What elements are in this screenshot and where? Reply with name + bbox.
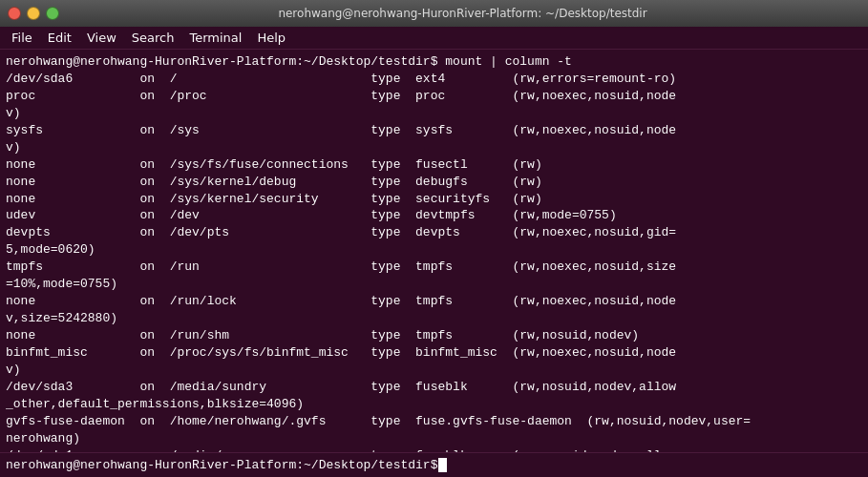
minimize-button[interactable] — [27, 7, 40, 20]
menu-item-help[interactable]: Help — [249, 29, 293, 47]
menu-item-search[interactable]: Search — [124, 29, 182, 47]
menu-item-edit[interactable]: Edit — [40, 29, 79, 47]
close-button[interactable] — [8, 7, 21, 20]
menu-item-view[interactable]: View — [79, 29, 124, 47]
terminal-area[interactable]: nerohwang@nerohwang-HuronRiver-Platform:… — [0, 50, 868, 477]
titlebar: nerohwang@nerohwang-HuronRiver-Platform:… — [0, 0, 868, 27]
maximize-button[interactable] — [46, 7, 59, 20]
menu-item-terminal[interactable]: Terminal — [181, 29, 249, 47]
menu-item-file[interactable]: File — [4, 29, 40, 47]
bottom-prompt: nerohwang@nerohwang-HuronRiver-Platform:… — [6, 458, 437, 472]
terminal-cursor — [438, 458, 447, 472]
window-title: nerohwang@nerohwang-HuronRiver-Platform:… — [65, 7, 860, 20]
status-bar: nerohwang@nerohwang-HuronRiver-Platform:… — [0, 452, 868, 477]
menubar: FileEditViewSearchTerminalHelp — [0, 27, 868, 50]
